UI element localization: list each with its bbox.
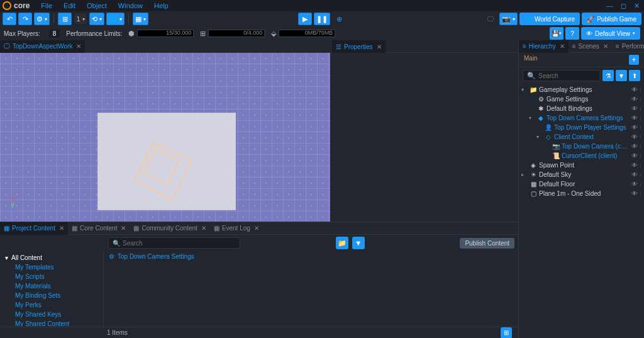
content-tab[interactable]: ▦Core Content✕ xyxy=(68,222,130,235)
lock-icon[interactable]: ⁝ xyxy=(640,125,641,131)
lock-icon[interactable]: ⁝ xyxy=(640,144,641,150)
menu-window[interactable]: Window xyxy=(113,1,148,11)
close-icon[interactable]: ✕ xyxy=(632,2,641,10)
hierarchy-row[interactable]: ▸☀Default Sky👁⁝ xyxy=(519,170,644,179)
lock-icon[interactable]: ⁝ xyxy=(640,115,641,121)
hierarchy-row[interactable]: ⚙Game Settings👁⁝ xyxy=(519,94,644,104)
snap-value[interactable]: 1▾ xyxy=(74,13,87,25)
grid-toggle[interactable]: ⊞ xyxy=(58,13,72,25)
lock-icon[interactable]: ⁝ xyxy=(640,96,641,103)
close-icon[interactable]: ✕ xyxy=(560,43,565,50)
close-icon[interactable]: ✕ xyxy=(121,225,126,232)
menu-help[interactable]: Help xyxy=(149,1,174,11)
group-button[interactable]: ▦▾ xyxy=(133,13,148,25)
tree-node[interactable]: My Perks xyxy=(0,300,103,310)
pause-button[interactable]: ❚❚ xyxy=(314,13,330,25)
close-icon[interactable]: ✕ xyxy=(59,225,64,232)
visibility-icon[interactable]: 👁 xyxy=(631,96,638,103)
hierarchy-row[interactable]: ▾◆Top Down Camera Settings👁⁝ xyxy=(519,113,644,123)
filter-button[interactable]: ▼ xyxy=(352,237,365,249)
menu-edit[interactable]: Edit xyxy=(58,1,80,11)
content-item[interactable]: ⚙Top Down Camera Settings xyxy=(104,251,518,262)
tree-node[interactable]: My Templates xyxy=(0,262,103,272)
hierarchy-tab[interactable]: ≡Scenes✕ xyxy=(569,40,612,53)
properties-tab[interactable]: ☰Properties✕ xyxy=(332,40,386,53)
undo-button[interactable]: ↶ xyxy=(3,13,16,25)
tree-all-content[interactable]: ▾All Content xyxy=(0,253,103,262)
visibility-icon[interactable]: 👁 xyxy=(631,133,638,140)
visibility-icon[interactable]: 👁 xyxy=(631,162,638,169)
hierarchy-row[interactable]: ▦Default Floor👁⁝ xyxy=(519,179,644,189)
hierarchy-row[interactable]: ◈Spawn Point👁⁝ xyxy=(519,161,644,170)
visibility-icon[interactable]: 👁 xyxy=(631,152,638,159)
hierarchy-row[interactable]: 📜CursorClient (client)👁⁝ xyxy=(519,151,644,161)
lock-icon[interactable]: ⁝ xyxy=(640,172,641,178)
save-button[interactable]: 💾▾ xyxy=(550,27,564,40)
hierarchy-row[interactable]: ▢Plane 1m - One Sided👁⁝ xyxy=(519,189,644,198)
visibility-icon[interactable]: 👁 xyxy=(631,143,638,150)
publish-game-button[interactable]: 🚀 Publish Game xyxy=(582,13,641,25)
hierarchy-add-button[interactable]: + xyxy=(629,55,639,65)
visibility-icon[interactable]: 👁 xyxy=(631,86,638,93)
hierarchy-row[interactable]: ✱Default Bindings👁⁝ xyxy=(519,104,644,113)
maximize-icon[interactable]: ◻ xyxy=(619,2,628,10)
hierarchy-tab[interactable]: ≡Performance✕ xyxy=(612,40,644,53)
hierarchy-row[interactable]: ▾📁Gameplay Settings👁⁝ xyxy=(519,85,644,94)
hierarchy-upload[interactable]: ⬆ xyxy=(629,70,640,81)
visibility-icon[interactable]: 👁 xyxy=(631,171,638,178)
tree-node[interactable]: My Shared Keys xyxy=(0,310,103,319)
close-icon[interactable]: ✕ xyxy=(254,225,259,232)
rotate-snap[interactable]: ⟲▾ xyxy=(89,13,104,25)
close-icon[interactable]: ✕ xyxy=(603,43,608,50)
camera-dropdown[interactable]: 📷▾ xyxy=(499,13,518,25)
viewport-tab[interactable]: 🖵TopDownAspectWork✕ xyxy=(0,40,85,53)
play-button[interactable]: ▶ xyxy=(298,13,312,25)
hierarchy-filter-2[interactable]: ▼ xyxy=(616,70,627,81)
tree-node[interactable]: My Binding Sets xyxy=(0,291,103,300)
visibility-icon[interactable]: 👁 xyxy=(631,115,638,121)
help-button[interactable]: ? xyxy=(565,27,579,40)
hierarchy-row[interactable]: 👤Top Down Player Settings👁⁝ xyxy=(519,123,644,132)
visibility-icon[interactable]: 👁 xyxy=(631,181,638,188)
content-tab[interactable]: ▦Project Content✕ xyxy=(0,222,68,235)
hierarchy-row[interactable]: 📷Top Down Camera (client)👁⁝ xyxy=(519,142,644,151)
content-tab[interactable]: ▦Event Log✕ xyxy=(210,222,263,235)
lock-icon[interactable]: ⁝ xyxy=(640,134,641,140)
world-capture-button[interactable]: 🌐 World Capture xyxy=(519,13,580,25)
multiplayer-button[interactable]: ⊕ xyxy=(332,13,346,25)
close-icon[interactable]: ✕ xyxy=(377,43,382,50)
globe-toggle[interactable]: 🌐▾ xyxy=(106,13,125,25)
lock-icon[interactable]: ⁝ xyxy=(640,191,641,197)
tree-node[interactable]: My Shared Content xyxy=(0,319,103,327)
hierarchy-tab[interactable]: ≡Hierarchy✕ xyxy=(519,40,569,53)
lock-icon[interactable]: ⁝ xyxy=(640,162,641,169)
close-icon[interactable]: ✕ xyxy=(76,43,81,50)
minimize-icon[interactable]: — xyxy=(604,2,615,10)
menu-file[interactable]: File xyxy=(36,1,57,11)
hierarchy-row[interactable]: ▾◇Client Context👁⁝ xyxy=(519,132,644,142)
viewport-3d[interactable]: xyz xyxy=(0,53,518,222)
default-view-dropdown[interactable]: 👁 Default View ▾ xyxy=(581,27,640,40)
redo-button[interactable]: ↷ xyxy=(18,13,32,25)
monitor-button[interactable]: 🖵 xyxy=(484,13,497,25)
settings-dropdown[interactable]: ⚙▾ xyxy=(34,13,50,25)
lock-icon[interactable]: ⁝ xyxy=(640,106,641,112)
close-icon[interactable]: ✕ xyxy=(201,225,206,232)
hierarchy-filter-1[interactable]: ⚗ xyxy=(602,70,614,81)
tree-node[interactable]: My Scripts xyxy=(0,272,103,281)
hierarchy-search[interactable]: 🔍 xyxy=(523,70,601,81)
lock-icon[interactable]: ⁝ xyxy=(640,153,641,159)
visibility-icon[interactable]: 👁 xyxy=(631,105,638,112)
visibility-icon[interactable]: 👁 xyxy=(631,124,638,131)
max-players-value[interactable]: 8 xyxy=(49,30,60,38)
folder-button[interactable]: 📁 xyxy=(336,237,348,249)
grid-view-button[interactable]: ⊞ xyxy=(501,327,512,339)
content-tab[interactable]: ▦Community Content✕ xyxy=(130,222,209,235)
lock-icon[interactable]: ⁝ xyxy=(640,181,641,188)
content-search[interactable]: 🔍 xyxy=(108,237,240,249)
visibility-icon[interactable]: 👁 xyxy=(631,190,638,197)
publish-content-button[interactable]: Publish Content xyxy=(460,238,514,249)
menu-object[interactable]: Object xyxy=(82,1,112,11)
tree-node[interactable]: My Materials xyxy=(0,281,103,291)
lock-icon[interactable]: ⁝ xyxy=(640,87,641,93)
